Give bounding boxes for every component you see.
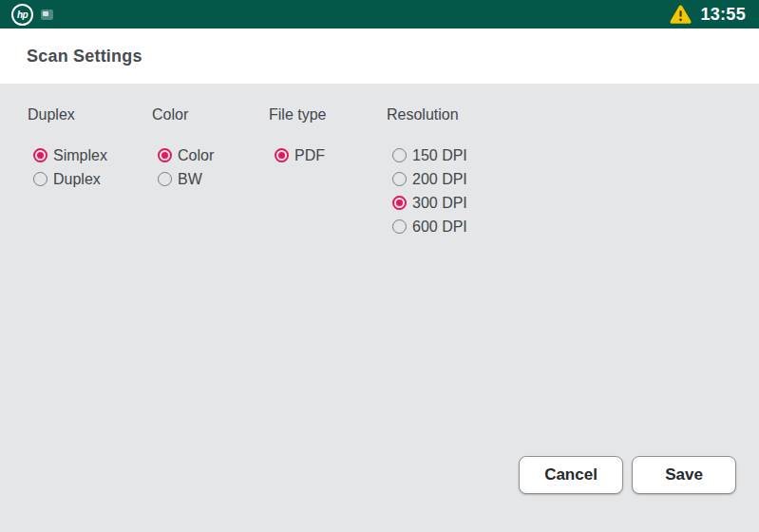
cancel-button[interactable]: Cancel [519,456,623,494]
radio-label: Duplex [53,171,101,188]
radio-unselected-icon [392,148,407,162]
page-title: Scan Settings [27,47,142,66]
settings-group-file-type: File typePDF [269,106,387,238]
hp-logo-icon: hp [11,4,33,26]
settings-group-duplex: DuplexSimplexDuplex [28,106,152,238]
radio-label: Simplex [53,147,107,164]
page-header: Scan Settings [0,28,759,84]
radio-label: PDF [294,147,325,164]
radio-option-bw[interactable]: BW [158,167,269,191]
radio-selected-icon [275,148,289,162]
radio-unselected-icon [392,219,407,234]
radio-selected-icon [392,196,407,210]
radio-label: 200 DPI [412,171,467,188]
group-label: File type [269,106,387,124]
radio-option-200-dpi[interactable]: 200 DPI [392,167,467,191]
settings-groups: DuplexSimplexDuplexColorColorBWFile type… [0,84,759,238]
radio-option-600-dpi[interactable]: 600 DPI [392,215,467,238]
radio-label: 300 DPI [412,195,467,212]
radio-selected-icon [158,148,172,162]
radio-unselected-icon [392,172,407,186]
hp-logo-text: hp [17,10,28,20]
radio-label: Color [178,147,214,164]
radio-option-duplex[interactable]: Duplex [33,167,152,191]
radio-option-simplex[interactable]: Simplex [33,143,152,167]
settings-group-color: ColorColorBW [152,106,269,238]
radio-option-pdf[interactable]: PDF [275,143,387,167]
clock: 13:55 [700,5,746,25]
footer-buttons: Cancel Save [519,456,736,494]
radio-unselected-icon [33,172,47,186]
group-label: Color [152,106,269,124]
top-status-bar: hp 13:55 [0,0,759,28]
warning-icon[interactable] [670,5,692,24]
radio-option-150-dpi[interactable]: 150 DPI [392,143,467,167]
save-button[interactable]: Save [632,456,736,494]
radio-option-color[interactable]: Color [158,143,269,167]
radio-label: BW [178,171,202,188]
radio-option-300-dpi[interactable]: 300 DPI [392,191,467,215]
screen-preview-icon [41,10,53,20]
radio-unselected-icon [158,172,172,186]
radio-label: 600 DPI [412,218,467,236]
radio-label: 150 DPI [412,147,467,164]
group-label: Resolution [387,106,467,124]
radio-selected-icon [33,148,47,162]
scan-settings-screen: { "topbar": { "logo_text": "hp", "time":… [0,0,759,532]
group-label: Duplex [28,106,152,124]
settings-group-resolution: Resolution150 DPI200 DPI300 DPI600 DPI [387,106,467,238]
